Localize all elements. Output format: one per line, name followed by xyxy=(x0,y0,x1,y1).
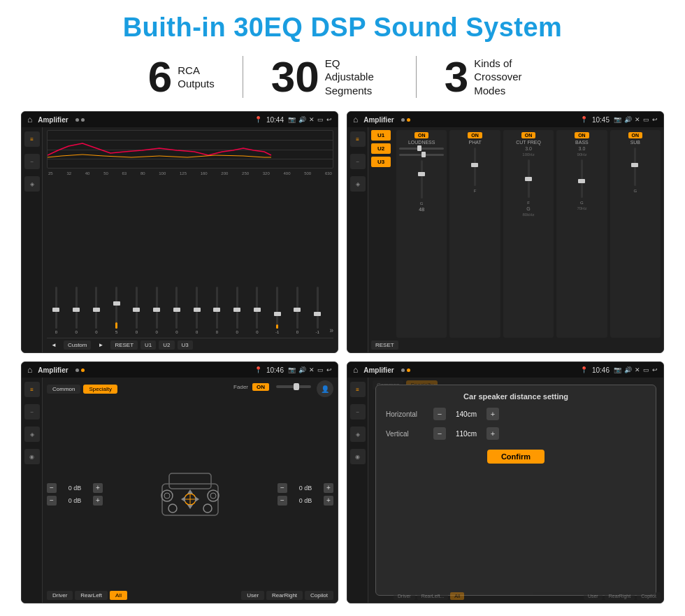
btn-all[interactable]: All xyxy=(110,591,127,600)
u2-btn-eq[interactable]: U2 xyxy=(159,341,174,350)
btn-copilot[interactable]: Copilot xyxy=(305,591,333,600)
btn-user[interactable]: User xyxy=(241,591,264,600)
screen-distance: ⌂ Amplifier 📍 10:46 📷 🔊 ✕ ▭ ↩ xyxy=(347,361,664,603)
v-slider-bass[interactable] xyxy=(581,159,583,198)
play-btn[interactable]: ► xyxy=(94,341,108,350)
bass-val1: 3.0 xyxy=(579,146,586,151)
track-4[interactable] xyxy=(115,287,117,329)
toggle-loudness[interactable]: ON xyxy=(414,132,429,138)
c-side4[interactable]: ◉ xyxy=(24,449,40,464)
prev-btn[interactable]: ◄ xyxy=(47,341,61,350)
btn-driver[interactable]: Driver xyxy=(47,591,73,600)
track-5[interactable] xyxy=(136,287,138,329)
thumb-h-loudness xyxy=(417,145,421,151)
c-side1[interactable]: ≡ xyxy=(24,382,40,397)
confirm-button[interactable]: Confirm xyxy=(487,450,545,464)
home-icon-dist[interactable]: ⌂ xyxy=(353,365,358,375)
fader-bar[interactable] xyxy=(276,385,311,388)
v-slider-cutfreq[interactable] xyxy=(528,159,530,198)
track-13[interactable] xyxy=(296,287,298,329)
m-side1[interactable]: ≡ xyxy=(350,131,366,147)
v-slider-loudness[interactable] xyxy=(421,160,423,199)
home-icon-eq[interactable]: ⌂ xyxy=(27,115,32,124)
track-14[interactable] xyxy=(317,287,319,329)
thumb-h2-loudness xyxy=(421,152,426,157)
d-side2[interactable]: ~ xyxy=(350,404,366,420)
v-slider-sub[interactable] xyxy=(634,148,636,186)
track-12[interactable] xyxy=(276,287,278,329)
eq-slider-13: 0 xyxy=(288,287,307,334)
fader-toggle[interactable]: ON xyxy=(252,383,269,391)
track-10[interactable] xyxy=(236,287,238,329)
back-d[interactable]: ↩ xyxy=(652,366,658,373)
eq-slider-3: 0 xyxy=(87,287,106,334)
m-side2[interactable]: ~ xyxy=(350,154,366,169)
eq-slider-8: 0 xyxy=(187,287,206,334)
track-8[interactable] xyxy=(196,287,198,329)
track-11[interactable] xyxy=(256,287,258,329)
track-1[interactable] xyxy=(55,287,57,329)
minus-3[interactable]: − xyxy=(277,483,287,493)
vertical-minus[interactable]: − xyxy=(433,427,446,440)
u1-btn-eq[interactable]: U1 xyxy=(140,341,156,350)
v-slider-phat[interactable] xyxy=(474,148,476,186)
cross-person-icon[interactable]: 👤 xyxy=(317,380,333,397)
minus-1[interactable]: − xyxy=(47,483,57,493)
preset-u2[interactable]: U2 xyxy=(371,143,391,154)
c-side3[interactable]: ◈ xyxy=(24,427,40,442)
minus-4[interactable]: − xyxy=(277,496,287,506)
plus-4[interactable]: + xyxy=(324,496,333,506)
track-3[interactable] xyxy=(95,287,97,329)
btn-rearright[interactable]: RearRight xyxy=(266,591,303,600)
slider-h-loudness[interactable] xyxy=(399,148,444,150)
dot2 xyxy=(81,118,85,122)
toggle-sub[interactable]: ON xyxy=(628,132,643,138)
eq-side-btn2[interactable]: ~ xyxy=(24,154,40,169)
track-2[interactable] xyxy=(75,287,78,329)
track-7[interactable] xyxy=(175,287,178,329)
eq-side-btn1[interactable]: ≡ xyxy=(24,131,40,147)
u3-btn-eq[interactable]: U3 xyxy=(178,341,193,350)
screen-eq: ⌂ Amplifier 📍 10:44 📷 🔊 ✕ ▭ ↩ xyxy=(21,111,338,353)
slider-h2-loudness[interactable] xyxy=(399,154,444,156)
horizontal-label: Horizontal xyxy=(386,410,428,418)
plus-2[interactable]: + xyxy=(93,496,103,506)
toggle-phat[interactable]: ON xyxy=(468,132,482,138)
d-side3[interactable]: ◈ xyxy=(350,427,366,442)
back-c[interactable]: ↩ xyxy=(326,366,332,373)
back-m[interactable]: ↩ xyxy=(652,116,658,123)
bat-c: ▭ xyxy=(317,366,324,373)
plus-3[interactable]: + xyxy=(324,483,333,493)
track-6[interactable] xyxy=(156,287,158,329)
tab-common[interactable]: Common xyxy=(47,385,80,394)
stat-number-rca: 6 xyxy=(148,55,172,99)
d-side4[interactable]: ◉ xyxy=(350,449,366,464)
plus-1[interactable]: + xyxy=(93,483,103,493)
vertical-plus[interactable]: + xyxy=(486,427,499,440)
tab-specialty[interactable]: Specialty xyxy=(83,385,117,394)
track-9[interactable] xyxy=(216,287,218,329)
btn-rearleft[interactable]: RearLeft xyxy=(75,591,108,600)
val-3: 0 xyxy=(95,330,97,334)
horizontal-plus[interactable]: + xyxy=(486,408,499,420)
eq-more-arrows[interactable]: » xyxy=(330,327,334,334)
preset-u1[interactable]: U1 xyxy=(371,130,391,141)
preset-u3[interactable]: U3 xyxy=(371,157,391,167)
back-icon[interactable]: ↩ xyxy=(326,116,332,123)
reset-btn-mixer[interactable]: RESET xyxy=(371,341,398,350)
thumb-14 xyxy=(314,312,321,316)
reset-btn-eq[interactable]: RESET xyxy=(110,341,138,350)
c-side2[interactable]: ~ xyxy=(24,404,40,420)
home-icon-cross[interactable]: ⌂ xyxy=(27,365,32,375)
freq-80: 80 xyxy=(140,171,145,176)
minus-2[interactable]: − xyxy=(47,496,57,506)
m-side3[interactable]: ◈ xyxy=(350,176,366,192)
home-icon-mixer[interactable]: ⌂ xyxy=(353,115,358,124)
toggle-bass[interactable]: ON xyxy=(575,132,589,138)
eq-side-btn3[interactable]: ◈ xyxy=(24,176,40,192)
freq-40: 40 xyxy=(85,171,90,176)
horizontal-minus[interactable]: − xyxy=(433,408,446,420)
d-side1[interactable]: ≡ xyxy=(350,382,366,397)
thumb-10 xyxy=(233,308,240,312)
toggle-cutfreq[interactable]: ON xyxy=(521,132,536,138)
